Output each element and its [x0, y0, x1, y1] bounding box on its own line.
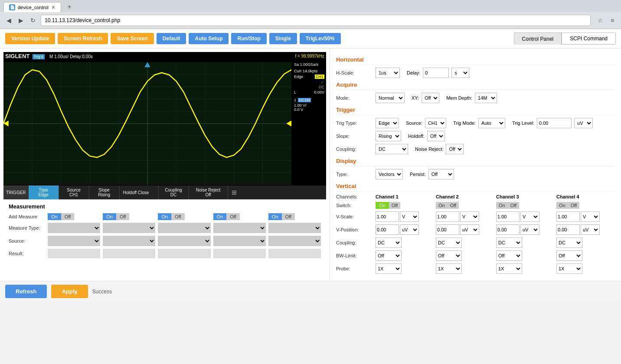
source-select-5[interactable] [268, 236, 321, 246]
trig-mode-select[interactable]: AutoNormalSingle [478, 118, 505, 128]
vscale-input-1[interactable] [376, 211, 399, 222]
bwlimit-select-4[interactable]: Off20M [556, 250, 582, 261]
trigger-holdoff-item[interactable]: Holdoff Close [120, 185, 159, 199]
ch3-on-button[interactable]: On [496, 202, 508, 209]
trig-level-unit-select[interactable]: uVmVV [574, 118, 593, 128]
persist-select[interactable]: Off1s5sInfinite [428, 169, 454, 179]
ch4-off-button[interactable]: Off [568, 202, 579, 209]
ch1-off-button[interactable]: Off [389, 202, 400, 209]
forward-button[interactable]: ▶ [16, 15, 26, 26]
triglev-button[interactable]: TrigLev50% [300, 33, 341, 44]
measure-type-select-4[interactable] [213, 223, 266, 233]
delay-unit-select[interactable]: smsus [451, 68, 469, 78]
vpos-input-3[interactable] [496, 224, 520, 235]
probe-select-2[interactable]: 1X10X100X [436, 263, 462, 274]
screen-refresh-button[interactable]: Screen Refresh [58, 33, 108, 44]
vscale-input-3[interactable] [496, 211, 520, 222]
apply-button[interactable]: Apply [51, 285, 88, 298]
vpos-unit-1[interactable]: uVmVV [400, 224, 419, 235]
measure-type-select-5[interactable] [268, 223, 321, 233]
vscale-input-4[interactable] [556, 211, 580, 222]
measure-type-select-3[interactable] [158, 223, 210, 233]
vpos-unit-4[interactable]: uVmVV [581, 224, 600, 235]
auto-setup-button[interactable]: Auto Setup [189, 33, 229, 44]
add-measure-on-3[interactable]: On [158, 213, 171, 220]
single-button[interactable]: Single [269, 33, 297, 44]
refresh-button[interactable]: Refresh [5, 285, 47, 298]
add-measure-off-5[interactable]: Off [282, 213, 295, 220]
scpi-command-tab[interactable]: SCPI Command [562, 32, 616, 45]
ch4-on-button[interactable]: On [556, 202, 568, 209]
measure-type-select-1[interactable] [48, 223, 100, 233]
delay-input[interactable] [423, 68, 449, 78]
trigger-source-item[interactable]: Source CH1 [59, 185, 89, 199]
trigger-slope-item[interactable]: Slope Rising [89, 185, 120, 199]
version-update-button[interactable]: Version Update [5, 33, 55, 44]
add-measure-off-2[interactable]: Off [116, 213, 129, 220]
source-select-1[interactable] [48, 236, 100, 246]
active-tab[interactable]: 📄 device_control ✕ [3, 2, 61, 12]
trigger-noise-item[interactable]: Noise Reject Off [189, 185, 228, 199]
ch2-off-button[interactable]: Off [448, 202, 459, 209]
source-select-2[interactable] [103, 236, 155, 246]
display-type-select[interactable]: VectorsDots [376, 169, 403, 179]
save-screen-button[interactable]: Save Screen [111, 33, 154, 44]
vpos-input-2[interactable] [436, 224, 459, 235]
probe-select-4[interactable]: 1X10X100X [556, 263, 582, 274]
vscale-unit-3[interactable]: VmV [520, 211, 539, 222]
run-stop-button[interactable]: Run/Stop [231, 33, 266, 44]
add-measure-off-1[interactable]: Off [61, 213, 74, 220]
reload-button[interactable]: ↻ [28, 15, 38, 26]
bwlimit-select-3[interactable]: Off20M [496, 250, 522, 261]
probe-select-1[interactable]: 1X10X100X [376, 263, 402, 274]
add-measure-off-3[interactable]: Off [171, 213, 184, 220]
bwlimit-select-1[interactable]: Off20M [376, 250, 402, 261]
default-button[interactable]: Default [157, 33, 186, 44]
vscale-unit-1[interactable]: VmV [400, 211, 419, 222]
hscale-select[interactable]: 1us2us500ns [376, 68, 400, 78]
add-measure-on-2[interactable]: On [103, 213, 116, 220]
tab-close-button[interactable]: ✕ [51, 4, 56, 10]
address-bar[interactable] [41, 15, 591, 26]
noise-reject-select[interactable]: OffOn [446, 144, 464, 154]
bookmark-icon[interactable]: ☆ [595, 15, 605, 26]
vpos-input-1[interactable] [376, 224, 399, 235]
add-measure-on-4[interactable]: On [213, 213, 227, 220]
vscale-input-2[interactable] [436, 211, 459, 222]
vscale-unit-4[interactable]: VmV [581, 211, 600, 222]
ch2-on-button[interactable]: On [436, 202, 448, 209]
menu-icon[interactable]: ≡ [607, 15, 618, 26]
control-panel-tab[interactable]: Control Panel [514, 32, 562, 45]
source-select-4[interactable] [213, 236, 266, 246]
trig-type-select[interactable]: EdgePulseVideo [376, 118, 399, 128]
ch1-on-button[interactable]: On [376, 202, 389, 209]
vert-coupling-select-2[interactable]: DCACGND [436, 237, 462, 248]
bwlimit-select-2[interactable]: Off20M [436, 250, 462, 261]
vpos-unit-2[interactable]: uVmVV [460, 224, 479, 235]
add-measure-on-5[interactable]: On [268, 213, 282, 220]
trig-level-input[interactable] [537, 118, 572, 128]
mode-select[interactable]: NormalAveragePeak [376, 93, 405, 103]
holdoff-select[interactable]: OffOn [427, 131, 445, 141]
new-tab-button[interactable]: + [63, 2, 76, 12]
probe-select-3[interactable]: 1X10X100X [496, 263, 522, 274]
vert-coupling-select-1[interactable]: DCACGND [376, 237, 402, 248]
vpos-unit-3[interactable]: uVmVV [520, 224, 539, 235]
source-select-3[interactable] [158, 236, 210, 246]
coupling-select-trig[interactable]: DCACHF Reject [376, 144, 408, 154]
xy-select[interactable]: OffOn [422, 93, 439, 103]
trig-source-select[interactable]: CH1CH2CH3CH4 [425, 118, 446, 128]
add-measure-off-4[interactable]: Off [226, 213, 239, 220]
vert-coupling-select-4[interactable]: DCACGND [556, 237, 582, 248]
trigger-grid-icon[interactable]: ⊞ [228, 185, 240, 199]
mem-depth-select[interactable]: 14M7M1.4M [475, 93, 497, 103]
slope-select[interactable]: RisingFallingEither [376, 131, 401, 141]
measure-type-select-2[interactable] [103, 223, 155, 233]
vert-coupling-select-3[interactable]: DCACGND [496, 237, 522, 248]
vscale-unit-2[interactable]: VmV [460, 211, 479, 222]
add-measure-on-1[interactable]: On [48, 213, 61, 220]
trigger-coupling-item[interactable]: Coupling DC [159, 185, 189, 199]
vpos-input-4[interactable] [556, 224, 580, 235]
back-button[interactable]: ◀ [3, 15, 14, 26]
ch3-off-button[interactable]: Off [508, 202, 519, 209]
